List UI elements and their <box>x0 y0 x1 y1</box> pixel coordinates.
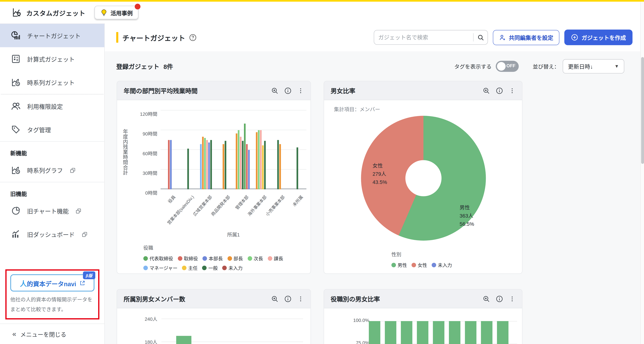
legend-dot <box>248 256 252 260</box>
close-menu-button[interactable]: « メニューを閉じる <box>0 324 104 344</box>
jinteki-shihon-navi-button[interactable]: β版 人的資本データnavi <box>10 274 94 292</box>
search-input[interactable] <box>374 34 473 40</box>
card-title: 役職別の男女比率 <box>331 294 380 303</box>
notification-dot <box>135 4 140 9</box>
zoom-in-icon[interactable] <box>482 295 490 302</box>
bar-chart-plot: 0時間30時間60時間90時間120時間 <box>160 110 306 189</box>
legend-item: 未入力 <box>432 262 452 268</box>
tag-display-toggle[interactable]: OFF <box>496 60 519 72</box>
bar <box>224 140 226 189</box>
y-tick-label: 100.0% <box>344 318 369 323</box>
info-icon[interactable] <box>284 87 292 94</box>
nav-item-label: チャートガジェット <box>27 31 81 40</box>
sidebar-section-old: 旧機能 旧チャート機能旧ダッシュボード <box>0 182 104 246</box>
bar-group <box>160 110 179 189</box>
legend-title: 性別 <box>392 250 452 258</box>
info-icon[interactable] <box>496 87 503 94</box>
bar <box>244 124 246 189</box>
bar-group <box>288 110 306 189</box>
bar <box>176 336 192 344</box>
bar <box>187 148 189 189</box>
x-tick-label: 未所属 <box>291 194 304 208</box>
external-link-icon <box>80 280 85 286</box>
legend-item: 代表取締役 <box>143 255 173 262</box>
kebab-menu-icon[interactable] <box>298 87 304 94</box>
gadget-card-ratio-by-role: 役職別の男女比率 100.0%75.0% <box>324 289 522 344</box>
bar <box>296 147 298 189</box>
main-header: チャートガジェット 共同編集者を設定 ガジェ <box>105 24 644 51</box>
bar <box>385 321 396 344</box>
kebab-menu-icon[interactable] <box>509 296 516 302</box>
gadget-card-gender-ratio: 男女比率 集計項目：メンバー 女性 279人 43.5% 男性 363人 56.… <box>324 81 522 274</box>
app-header: カスタムガジェット 活用事例 <box>0 2 644 24</box>
bar-group <box>197 110 215 189</box>
bar-group <box>215 110 234 189</box>
user-plus-icon <box>499 34 506 41</box>
top-yellow-strip <box>0 0 644 2</box>
legend-dot <box>222 266 227 270</box>
lightbulb-icon <box>100 9 108 16</box>
card-title: 男女比率 <box>331 86 355 95</box>
usecase-button[interactable]: 活用事例 <box>94 6 138 19</box>
zoom-in-icon[interactable] <box>482 87 490 94</box>
sidebar-item-4[interactable]: タグ管理 <box>0 118 104 141</box>
search-icon[interactable] <box>474 34 488 41</box>
timeseries-icon <box>10 77 21 88</box>
kebab-menu-icon[interactable] <box>509 87 516 94</box>
sidebar-old-item-0[interactable]: 旧チャート機能 <box>0 199 104 222</box>
chart-gender-body: 集計項目：メンバー 女性 279人 43.5% 男性 363人 56.5% 性別… <box>324 100 522 274</box>
sidebar-new-item-0[interactable]: 時系列グラフ <box>0 158 104 182</box>
bar <box>369 321 380 344</box>
scrollbar-track[interactable] <box>640 0 644 344</box>
zoom-in-icon[interactable] <box>271 295 278 302</box>
bar <box>222 144 224 189</box>
sort-selected-value: 更新日時↓ <box>568 62 593 70</box>
pie-icon <box>10 206 21 216</box>
jinteki-shihon-navi-promo: β版 人的資本データnavi 他社の人的資本の情報開示データを まとめて比較でき… <box>5 270 100 320</box>
bar <box>465 321 476 344</box>
kebab-menu-icon[interactable] <box>298 296 304 302</box>
card-header: 年間の部門別平均残業時間 <box>117 81 310 100</box>
chart-role-ratio-body: 100.0%75.0% <box>324 308 522 344</box>
help-icon[interactable] <box>189 34 196 41</box>
page-title: チャートガジェット <box>122 32 185 42</box>
legend-item: 未入力 <box>222 264 243 271</box>
set-collaborators-button[interactable]: 共同編集者を設定 <box>493 30 560 45</box>
chevron-down-icon: ▼ <box>614 64 619 68</box>
legend-dot <box>202 266 207 270</box>
sidebar-old-item-1[interactable]: 旧ダッシュボード <box>0 222 104 246</box>
promo-description: 他社の人的資本の情報開示データを まとめて比較できます。 <box>10 295 94 315</box>
legend-item: 取締役 <box>178 255 198 262</box>
sidebar-item-2[interactable]: 時系列ガジェット <box>0 71 104 94</box>
scrollbar-thumb[interactable] <box>641 57 644 164</box>
bar <box>210 140 212 189</box>
zoom-in-icon[interactable] <box>271 87 278 94</box>
bar <box>236 134 237 189</box>
legend-item: 本部長 <box>202 255 223 262</box>
chart-legend: 性別 男性女性未入力 <box>392 250 452 271</box>
dashboard-icon <box>10 229 21 240</box>
chart-legend: 役職 代表取締役取締役本部長部長次長課長 マネージャー主任一般未入力 <box>143 244 283 274</box>
gridline <box>162 319 303 319</box>
create-gadget-button[interactable]: ガジェットを作成 <box>564 30 632 45</box>
info-icon[interactable] <box>284 295 292 302</box>
bar <box>279 144 281 189</box>
sidebar-item-3[interactable]: 利用権限設定 <box>0 94 104 118</box>
info-icon[interactable] <box>496 295 503 302</box>
sort-select[interactable]: 更新日時↓ ▼ <box>562 59 624 73</box>
x-axis-title: 所属1 <box>160 231 306 238</box>
sidebar-item-0[interactable]: チャートガジェット <box>0 24 104 47</box>
bar <box>433 321 444 344</box>
bar <box>260 130 262 189</box>
bar <box>449 321 460 344</box>
nav-item-label: 計算式ガジェット <box>27 54 75 63</box>
external-link-icon <box>82 231 88 237</box>
sidebar-item-1[interactable]: 計算式ガジェット <box>0 47 104 71</box>
bar <box>200 144 202 189</box>
bar <box>262 145 264 189</box>
toggle-knob <box>497 62 506 70</box>
bar-group <box>234 110 252 189</box>
custom-gadget-logo-icon <box>12 7 23 18</box>
legend-item: 次長 <box>248 255 263 262</box>
bar <box>208 143 210 189</box>
